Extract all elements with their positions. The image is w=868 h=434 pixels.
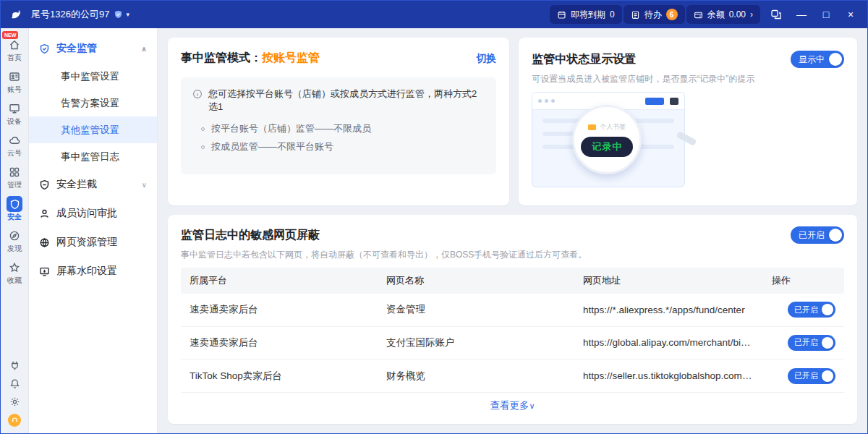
cell-page-name: 资金管理 bbox=[378, 303, 574, 316]
status-card-desc: 可设置当成员进入被监管店铺时，是否显示“记录中”的提示 bbox=[532, 73, 844, 85]
block-feature-toggle[interactable]: 已开启 bbox=[791, 226, 844, 244]
shield-block-icon bbox=[39, 179, 50, 190]
rail-item-discover[interactable]: 发现 bbox=[1, 225, 28, 257]
rail-item-device[interactable]: 设备 bbox=[1, 98, 28, 129]
expiring-soon-pill[interactable]: 即将到期 0 bbox=[550, 5, 622, 24]
close-button[interactable]: × bbox=[841, 5, 860, 24]
sidebar-item-in-process-settings[interactable]: 事中监管设置 bbox=[29, 63, 157, 90]
support-icon[interactable] bbox=[1, 411, 28, 429]
new-badge: NEW bbox=[2, 31, 18, 39]
expire-icon bbox=[557, 10, 566, 20]
group-label: 屏幕水印设置 bbox=[56, 265, 117, 278]
mode-info-title: 您可选择按平台账号（店铺）或按成员方式进行监管，两种方式2选1 bbox=[208, 88, 485, 114]
group-label: 网页资源管理 bbox=[56, 236, 117, 249]
status-card-title: 监管中状态显示设置 bbox=[532, 52, 636, 67]
sidebar-item-alert-plan[interactable]: 告警方案设置 bbox=[29, 90, 157, 116]
switch-mode-link[interactable]: 切换 bbox=[476, 52, 496, 65]
sensitive-webpage-card: 监管日志中的敏感网页屏蔽 已开启 事中监管日志中若包含以下网页，将自动屏蔽（不可… bbox=[168, 215, 857, 424]
rail-item-account[interactable]: 账号 bbox=[1, 66, 28, 98]
row-toggle[interactable]: 已开启 bbox=[788, 335, 835, 351]
folder-icon bbox=[588, 124, 596, 130]
balance-pill[interactable]: 余额 0.00 › bbox=[686, 5, 760, 24]
main-content: 事中监管模式：按账号监管 切换 您可选择按平台账号（店铺）或按成员方式进行监管，… bbox=[158, 28, 867, 433]
sidebar-item-supervision-log[interactable]: 事中监管日志 bbox=[29, 143, 157, 170]
maximize-button[interactable]: □ bbox=[817, 5, 835, 24]
usb-icon[interactable] bbox=[1, 357, 28, 375]
bell-icon[interactable] bbox=[1, 375, 28, 393]
recording-preview-illustration: 个人书签 记录中 bbox=[532, 92, 685, 187]
info-icon bbox=[192, 89, 203, 99]
todo-label: 待办 bbox=[644, 9, 662, 21]
device-icon bbox=[7, 101, 22, 116]
sidebar-item-watermark[interactable]: 屏幕水印设置 bbox=[29, 257, 157, 286]
cell-page-url: https://*.aliexpress.*/apps/fund/center bbox=[574, 305, 763, 315]
sidebar-group-security-intercept[interactable]: 安全拦截 ∨ bbox=[29, 170, 157, 199]
chevron-right-icon: › bbox=[750, 9, 753, 20]
row-toggle[interactable]: 已开启 bbox=[788, 302, 835, 318]
sidebar-item-web-resource[interactable]: 网页资源管理 bbox=[29, 228, 157, 257]
cell-page-url: https://seller.us.tiktokglobalshop.com/f… bbox=[574, 370, 763, 381]
mode-bullet: 按平台账号（店铺）监管——不限成员 bbox=[201, 122, 485, 135]
recording-pill: 记录中 bbox=[581, 137, 633, 157]
gear-icon[interactable] bbox=[1, 393, 28, 411]
wallet-icon bbox=[694, 10, 703, 20]
header-operation: 操作 bbox=[763, 274, 844, 287]
sidebar: 安全监管 ∧ 事中监管设置 告警方案设置 其他监管设置 事中监管日志 安全拦截 … bbox=[29, 28, 158, 433]
group-label: 安全拦截 bbox=[56, 178, 97, 191]
app-logo-icon bbox=[8, 6, 25, 23]
cell-platform: 速卖通卖家后台 bbox=[181, 336, 378, 349]
bookmark-label: 个人书签 bbox=[600, 122, 626, 132]
sidebar-item-other-supervision[interactable]: 其他监管设置 bbox=[29, 116, 157, 143]
rail-item-home[interactable]: NEW 首页 bbox=[1, 34, 28, 66]
header-platform: 所属平台 bbox=[181, 274, 378, 287]
status-display-card: 监管中状态显示设置 显示中 可设置当成员进入被监管店铺时，是否显示“记录中”的提… bbox=[519, 38, 857, 205]
app-window: 尾号1326的公司97 ▾ 即将到期 0 待办 6 bbox=[0, 0, 868, 434]
cell-platform: 速卖通卖家后台 bbox=[181, 303, 378, 316]
rail-item-favorites[interactable]: 收藏 bbox=[1, 257, 28, 289]
manage-icon bbox=[7, 164, 22, 180]
discover-icon bbox=[7, 228, 22, 244]
toggle-knob bbox=[822, 304, 833, 315]
view-more-link[interactable]: 查看更多∨ bbox=[181, 399, 844, 412]
chevron-down-icon: ∨ bbox=[529, 401, 535, 410]
minimize-button[interactable]: — bbox=[792, 5, 811, 24]
supervision-mode-card: 事中监管模式：按账号监管 切换 您可选择按平台账号（店铺）或按成员方式进行监管，… bbox=[168, 38, 509, 205]
expire-value: 0 bbox=[610, 9, 615, 20]
transfer-icon[interactable] bbox=[766, 5, 786, 24]
webpage-icon bbox=[39, 237, 50, 248]
table-row: 速卖通卖家后台 支付宝国际账户 https://global.alipay.co… bbox=[181, 327, 844, 360]
rail-item-manage[interactable]: 管理 bbox=[1, 161, 28, 193]
shield-check-icon bbox=[39, 43, 50, 54]
todo-pill[interactable]: 待办 6 bbox=[624, 5, 685, 24]
rail-item-security[interactable]: 安全 bbox=[1, 193, 28, 225]
mode-card-title: 事中监管模式：按账号监管 bbox=[181, 51, 320, 66]
rail-item-cloud[interactable]: 云号 bbox=[1, 129, 28, 161]
home-icon bbox=[7, 37, 22, 53]
caret-down-icon[interactable]: ▾ bbox=[126, 11, 129, 18]
group-label: 成员访问审批 bbox=[56, 207, 117, 220]
icon-rail: NEW 首页 账号 设备 bbox=[1, 28, 29, 433]
company-name[interactable]: 尾号1326的公司97 bbox=[31, 8, 109, 21]
todo-icon bbox=[631, 10, 640, 20]
magnifier-circle: 个人书签 记录中 bbox=[572, 105, 642, 174]
security-icon bbox=[7, 196, 22, 212]
cell-page-url: https://global.alipay.com/merchant/bizpo… bbox=[574, 337, 763, 348]
row-toggle[interactable]: 已开启 bbox=[788, 368, 835, 384]
sidebar-group-security-supervision[interactable]: 安全监管 ∧ bbox=[29, 34, 157, 63]
group-label: 安全监管 bbox=[56, 42, 97, 55]
toggle-knob bbox=[829, 53, 842, 66]
blocked-pages-table: 所属平台 网页名称 网页地址 操作 速卖通卖家后台 资金管理 https://*… bbox=[181, 268, 844, 412]
verified-shield-icon bbox=[114, 9, 123, 20]
cloud-icon bbox=[7, 132, 22, 148]
favorites-icon bbox=[7, 260, 22, 276]
toggle-knob bbox=[822, 337, 833, 349]
status-display-toggle[interactable]: 显示中 bbox=[791, 51, 844, 68]
header-page-url: 网页地址 bbox=[574, 274, 763, 287]
watermark-icon bbox=[39, 266, 50, 277]
status-pill-group: 即将到期 0 待办 6 余额 0.00 › bbox=[550, 5, 760, 24]
titlebar: 尾号1326的公司97 ▾ 即将到期 0 待办 6 bbox=[1, 1, 867, 28]
balance-value: 0.00 bbox=[729, 9, 746, 20]
mode-bullet: 按成员监管——不限平台账号 bbox=[201, 140, 485, 153]
block-card-title: 监管日志中的敏感网页屏蔽 bbox=[181, 228, 320, 243]
sidebar-item-member-approval[interactable]: 成员访问审批 bbox=[29, 199, 157, 228]
